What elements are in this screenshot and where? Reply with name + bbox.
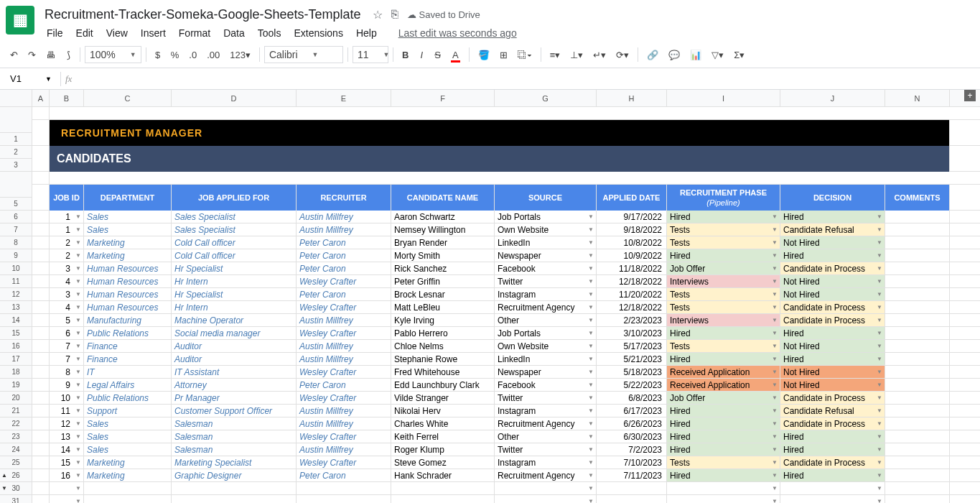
date-cell[interactable]: 5/22/2023 — [597, 379, 667, 391]
date-cell[interactable]: 6/8/2023 — [597, 392, 667, 404]
cell[interactable] — [32, 107, 50, 119]
dropdown-arrow-icon[interactable]: ▼ — [75, 223, 81, 236]
cell[interactable] — [32, 495, 50, 503]
col-header-I[interactable]: I — [667, 90, 780, 106]
cell[interactable] — [32, 353, 50, 365]
dropdown-arrow-icon[interactable]: ▼ — [877, 379, 882, 391]
job-cell[interactable]: Social media manager — [172, 327, 297, 339]
dropdown-arrow-icon[interactable]: ▼ — [588, 379, 594, 391]
candidate-cell[interactable]: Brock Lesnar — [391, 288, 495, 300]
job-cell[interactable]: Salesman — [172, 443, 297, 456]
dropdown-arrow-icon[interactable]: ▼ — [588, 405, 594, 417]
decision-cell[interactable]: Candidate in Process▼ — [780, 417, 885, 430]
phase-cell[interactable]: Tests▼ — [667, 301, 780, 313]
dropdown-arrow-icon[interactable]: ▼ — [588, 340, 594, 352]
date-cell[interactable]: 10/9/2022 — [597, 249, 667, 262]
italic-button[interactable]: I — [414, 47, 429, 63]
row-header[interactable]: 19 — [0, 379, 32, 392]
menu-insert[interactable]: Insert — [136, 24, 171, 42]
row-header[interactable] — [0, 107, 32, 133]
chart-button[interactable]: 📊 — [686, 47, 706, 63]
menu-format[interactable]: Format — [174, 24, 215, 42]
col-header-D[interactable]: D — [172, 90, 297, 106]
strike-button[interactable]: S — [430, 47, 445, 63]
job-id-cell[interactable]: 14▼ — [50, 443, 84, 456]
dropdown-arrow-icon[interactable]: ▼ — [877, 430, 882, 443]
halign-button[interactable]: ≡▾ — [546, 47, 565, 63]
dropdown-arrow-icon[interactable]: ▼ — [75, 211, 81, 223]
dropdown-arrow-icon[interactable]: ▼ — [877, 417, 882, 430]
comments-cell[interactable] — [885, 262, 950, 274]
dept-cell[interactable]: Manufacturing — [84, 314, 172, 326]
candidate-cell[interactable]: Stephanie Rowe — [391, 353, 495, 365]
dropdown-arrow-icon[interactable]: ▼ — [588, 353, 594, 365]
dropdown-arrow-icon[interactable]: ▼ — [772, 482, 778, 494]
fill-color-button[interactable]: 🪣 — [474, 47, 494, 63]
job-id-cell[interactable]: 3▼ — [50, 262, 84, 274]
dropdown-arrow-icon[interactable]: ▼ — [772, 275, 778, 287]
phase-cell[interactable]: Hired▼ — [667, 443, 780, 456]
candidate-cell[interactable]: Bryan Render — [391, 236, 495, 249]
dropdown-arrow-icon[interactable]: ▼ — [75, 249, 81, 262]
decision-cell[interactable]: Hired▼ — [780, 327, 885, 339]
dropdown-arrow-icon[interactable]: ▼ — [877, 249, 882, 262]
print-button[interactable]: 🖶 — [42, 47, 60, 63]
source-cell[interactable]: Own Website▼ — [495, 223, 597, 236]
redo-button[interactable]: ↷ — [24, 47, 40, 63]
phase-cell[interactable]: Hired▼ — [667, 469, 780, 481]
comments-cell[interactable] — [885, 379, 950, 391]
dropdown-arrow-icon[interactable]: ▼ — [588, 314, 594, 326]
text-color-button[interactable]: A — [447, 47, 465, 63]
dropdown-arrow-icon[interactable]: ▼ — [772, 223, 778, 236]
dropdown-arrow-icon[interactable]: ▼ — [772, 379, 778, 391]
recruiter-cell[interactable]: Peter Caron — [297, 379, 391, 391]
dropdown-arrow-icon[interactable]: ▼ — [877, 443, 882, 456]
candidate-cell[interactable]: Charles White — [391, 417, 495, 430]
dropdown-arrow-icon[interactable]: ▼ — [588, 417, 594, 430]
phase-cell[interactable]: Interviews▼ — [667, 275, 780, 287]
cell[interactable] — [885, 495, 950, 503]
decision-cell[interactable]: Not Hired▼ — [780, 340, 885, 352]
col-header-B[interactable]: B — [50, 90, 84, 106]
candidate-cell[interactable]: Nikolai Herv — [391, 405, 495, 417]
dropdown-arrow-icon[interactable]: ▼ — [588, 495, 594, 503]
dropdown-arrow-icon[interactable]: ▼ — [75, 495, 81, 503]
decision-cell[interactable]: Not Hired▼ — [780, 366, 885, 378]
dropdown-arrow-icon[interactable]: ▼ — [877, 353, 882, 365]
dropdown-arrow-icon[interactable]: ▼ — [877, 327, 882, 339]
row-header[interactable]: 20 — [0, 392, 32, 405]
decision-cell[interactable]: Not Hired▼ — [780, 236, 885, 249]
dropdown-arrow-icon[interactable]: ▼ — [588, 301, 594, 313]
job-cell[interactable]: Hr Specialist — [172, 288, 297, 300]
cell[interactable] — [32, 236, 50, 249]
candidate-cell[interactable]: Keith Ferrel — [391, 430, 495, 443]
dropdown-arrow-icon[interactable]: ▼ — [772, 211, 778, 223]
dept-cell[interactable]: Human Resources — [84, 275, 172, 287]
recruiter-cell[interactable]: Austin Millfrey — [297, 211, 391, 223]
row-header[interactable]: 13 — [0, 301, 32, 314]
candidate-cell[interactable]: Steve Gomez — [391, 456, 495, 469]
cell[interactable] — [32, 120, 50, 145]
dropdown-arrow-icon[interactable]: ▼ — [588, 249, 594, 262]
source-cell[interactable]: Instagram▼ — [495, 405, 597, 417]
zoom-select[interactable]: 100%▼ — [85, 46, 141, 63]
dropdown-arrow-icon[interactable]: ▼ — [588, 482, 594, 494]
decision-cell[interactable]: Hired▼ — [780, 443, 885, 456]
job-cell[interactable]: Salesman — [172, 417, 297, 430]
recruiter-cell[interactable]: Peter Caron — [297, 249, 391, 262]
job-cell[interactable]: Sales Specialist — [172, 223, 297, 236]
dropdown-arrow-icon[interactable]: ▼ — [877, 275, 882, 287]
job-id-cell[interactable]: 10▼ — [50, 392, 84, 404]
menu-help[interactable]: Help — [351, 24, 382, 42]
date-cell[interactable]: 7/2/2023 — [597, 443, 667, 456]
cell[interactable] — [32, 417, 50, 430]
row-header[interactable] — [0, 172, 32, 198]
row-header[interactable]: 17 — [0, 353, 32, 366]
recruiter-cell[interactable]: Peter Caron — [297, 288, 391, 300]
decision-cell[interactable]: Hired▼ — [780, 353, 885, 365]
source-cell[interactable]: Twitter▼ — [495, 275, 597, 287]
functions-button[interactable]: Σ▾ — [729, 47, 749, 63]
percent-button[interactable]: % — [167, 47, 184, 63]
dropdown-arrow-icon[interactable]: ▼ — [75, 417, 81, 430]
cell[interactable] — [32, 146, 50, 171]
